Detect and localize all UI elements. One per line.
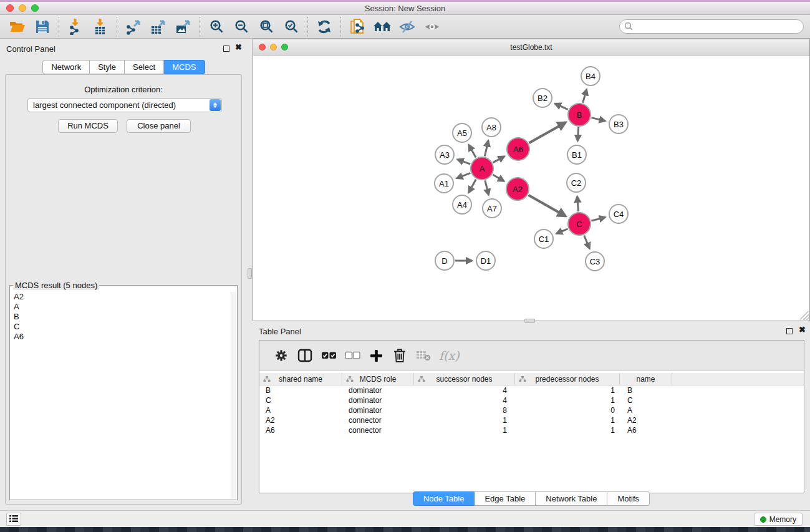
- result-list-item[interactable]: C: [11, 322, 230, 332]
- zoom-selected-icon[interactable]: [279, 17, 304, 37]
- column-header-shared-name[interactable]: shared name: [259, 373, 342, 385]
- export-table-icon[interactable]: [146, 17, 171, 37]
- criterion-dropdown[interactable]: largest connected component (directed): [27, 98, 222, 112]
- close-panel-icon[interactable]: ✖: [235, 42, 242, 52]
- edge-A-A6[interactable]: [493, 157, 504, 163]
- graph-node-B3[interactable]: B3: [609, 114, 629, 134]
- zoom-in-icon[interactable]: [204, 17, 229, 37]
- table-row[interactable]: A6connector11A6: [259, 425, 804, 435]
- network-window-titlebar[interactable]: testGlobe.txt: [253, 39, 809, 56]
- graph-node-D[interactable]: D: [435, 251, 455, 271]
- tab-network[interactable]: Network: [42, 60, 90, 74]
- delete-table-icon[interactable]: [412, 345, 435, 366]
- show-view-icon[interactable]: [420, 17, 445, 37]
- edge-A-A7[interactable]: [485, 180, 489, 195]
- function-builder-icon[interactable]: f(x): [439, 349, 460, 362]
- result-list-item[interactable]: A2: [11, 292, 230, 302]
- horizontal-splitter-grip[interactable]: [524, 319, 535, 323]
- graph-node-A8[interactable]: A8: [481, 117, 501, 137]
- graph-node-A7[interactable]: A7: [482, 198, 502, 218]
- tab-node-table[interactable]: Node Table: [413, 491, 475, 506]
- tab-motifs[interactable]: Motifs: [607, 491, 650, 506]
- export-network-icon[interactable]: [121, 17, 146, 37]
- edge-A-A3[interactable]: [458, 160, 471, 165]
- import-table-icon[interactable]: [88, 17, 113, 37]
- import-network-icon[interactable]: [63, 17, 88, 37]
- float-table-panel-icon[interactable]: [786, 328, 793, 334]
- result-scrollbar[interactable]: [231, 292, 236, 498]
- vertical-splitter-grip[interactable]: [248, 268, 252, 279]
- column-header-predecessor-nodes[interactable]: predecessor nodes: [515, 373, 620, 385]
- document-network-icon[interactable]: [345, 17, 370, 37]
- graph-node-B1[interactable]: B1: [567, 145, 587, 165]
- graph-node-C1[interactable]: C1: [534, 229, 554, 249]
- table-row[interactable]: A2connector11A2: [259, 415, 804, 425]
- open-file-icon[interactable]: [5, 17, 30, 37]
- tab-select[interactable]: Select: [125, 60, 164, 74]
- edge-A2-C[interactable]: [528, 195, 566, 216]
- graph-node-C[interactable]: C: [567, 212, 591, 236]
- show-columns-icon[interactable]: [293, 345, 317, 366]
- table-row[interactable]: Adominator80A: [259, 405, 804, 415]
- tab-mcds[interactable]: MCDS: [164, 60, 205, 74]
- graph-node-C4[interactable]: C4: [609, 204, 629, 224]
- edge-B-B1[interactable]: [577, 127, 578, 141]
- graph-node-B[interactable]: B: [567, 103, 591, 127]
- window-resize-grip[interactable]: [800, 311, 809, 320]
- tab-style[interactable]: Style: [90, 60, 125, 74]
- houses-icon[interactable]: [370, 17, 395, 37]
- edge-A-A4[interactable]: [469, 180, 476, 193]
- add-entry-icon[interactable]: [364, 345, 388, 366]
- result-list-item[interactable]: A6: [11, 332, 230, 342]
- mcds-result-list[interactable]: A2ABCA6: [11, 292, 230, 498]
- export-image-icon[interactable]: [171, 17, 196, 37]
- column-header-name[interactable]: name: [620, 373, 672, 385]
- graph-node-A1[interactable]: A1: [434, 173, 454, 193]
- run-mcds-button[interactable]: Run MCDS: [58, 119, 118, 133]
- graph-node-D1[interactable]: D1: [476, 251, 496, 271]
- edge-A-A5[interactable]: [469, 145, 476, 157]
- select-all-icon[interactable]: [317, 345, 340, 366]
- search-input[interactable]: [619, 19, 804, 34]
- network-canvas[interactable]: B4B2BB3A8A5A6B1A3AC2A1A2A4A7C4CC1C3DD1: [254, 56, 809, 320]
- float-panel-icon[interactable]: [223, 46, 229, 52]
- graph-node-A[interactable]: A: [470, 157, 494, 180]
- task-history-button[interactable]: [6, 513, 21, 526]
- edge-A-A2[interactable]: [493, 175, 504, 181]
- graph-node-A3[interactable]: A3: [435, 145, 455, 165]
- save-session-icon[interactable]: [30, 17, 55, 37]
- graph-node-A5[interactable]: A5: [452, 123, 472, 143]
- zoom-fit-icon[interactable]: [254, 17, 279, 37]
- tab-edge-table[interactable]: Edge Table: [475, 491, 536, 506]
- close-table-panel-icon[interactable]: ✖: [799, 325, 806, 334]
- edge-A-A1[interactable]: [456, 173, 470, 178]
- table-row[interactable]: Cdominator41C: [259, 395, 804, 405]
- result-list-item[interactable]: A: [11, 302, 230, 312]
- settings-gear-icon[interactable]: [269, 345, 293, 366]
- graph-node-C2[interactable]: C2: [566, 173, 586, 193]
- graph-node-A4[interactable]: A4: [452, 195, 472, 215]
- result-list-item[interactable]: B: [11, 312, 230, 322]
- edge-C-C2[interactable]: [577, 196, 579, 211]
- zoom-out-icon[interactable]: [229, 17, 254, 37]
- column-header-MCDS-role[interactable]: MCDS role: [342, 373, 414, 385]
- graph-node-A6[interactable]: A6: [506, 137, 530, 161]
- edge-C-C4[interactable]: [591, 217, 605, 221]
- edge-B-B3[interactable]: [591, 118, 605, 121]
- refresh-icon[interactable]: [312, 17, 337, 37]
- hide-view-icon[interactable]: [395, 17, 420, 37]
- edge-A6-B[interactable]: [529, 122, 566, 143]
- unselect-all-icon[interactable]: [340, 345, 364, 366]
- memory-button[interactable]: Memory: [754, 513, 803, 526]
- edge-A-A8[interactable]: [485, 140, 488, 156]
- edge-C-C3[interactable]: [584, 235, 590, 248]
- graph-node-A2[interactable]: A2: [506, 177, 529, 201]
- edge-C-C1[interactable]: [556, 229, 567, 234]
- edge-B-B2[interactable]: [555, 104, 568, 110]
- edge-B-B4[interactable]: [583, 89, 587, 103]
- tab-network-table[interactable]: Network Table: [536, 491, 607, 506]
- column-header-successor-nodes[interactable]: successor nodes: [414, 373, 515, 385]
- delete-entry-icon[interactable]: [388, 345, 412, 366]
- close-panel-button[interactable]: Close panel: [127, 119, 191, 133]
- graph-node-C3[interactable]: C3: [585, 251, 605, 271]
